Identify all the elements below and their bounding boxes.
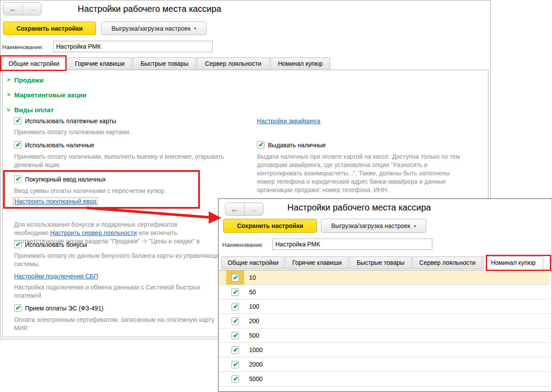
denomination-row[interactable]: ✔ 100 [219,299,550,314]
denomination-value: 2000 [249,361,263,368]
tab-quick-goods[interactable]: Быстрые товары [133,57,196,70]
checkbox-check-icon: ✔ [233,303,239,310]
denomination-checkbox-cell[interactable]: ✔ [226,328,244,342]
section-marketing[interactable]: > Маркетинговые акции [7,91,86,99]
save-settings-button[interactable]: Сохранить настройки [223,219,317,233]
denomination-value: 5000 [249,375,263,382]
section-payment-types[interactable]: > Виды оплат [7,106,54,114]
page-title: Настройки рабочего места кассира [271,203,447,213]
name-input[interactable] [53,41,213,52]
tab-banknote-denomination[interactable]: Номинал купюр [271,57,330,70]
checkbox-use-bonuses[interactable]: ✔ Использовать бонусы [14,241,87,248]
give-out-cash-description: Выдача наличных при оплате картой на кас… [257,153,460,194]
checkbox-box: ✔ [231,361,239,368]
checkbox-box: ✔ [14,117,21,125]
forward-button[interactable]: → [23,3,42,15]
denomination-checkbox-cell[interactable]: ✔ [226,357,244,371]
checkbox-box: ✔ [14,241,21,248]
checkbox-label: Прием оплаты ЭС (ФЗ-491) [25,305,103,312]
denomination-value: 100 [249,303,259,310]
sbp-connection-settings-link[interactable]: Настройки подключения СБП [14,273,98,280]
name-input[interactable] [272,239,432,250]
checkbox-check-icon: ✔ [15,304,21,311]
page-title: Настройки рабочего места кассира [62,4,237,14]
screenshot-canvas: ← → Настройки рабочего места кассира Сох… [0,0,552,392]
back-button[interactable]: ← [4,3,23,15]
denomination-row[interactable]: ✔ 50 [219,285,550,299]
use-cash-description: Принимать оплату наличными, выполнять вы… [14,153,224,169]
checkbox-give-out-cash[interactable]: ✔ Выдавать наличные [257,141,326,149]
checkbox-box: ✔ [231,332,239,339]
save-settings-button[interactable]: Сохранить настройки [3,21,96,35]
tab-quick-goods[interactable]: Быстрые товары [349,257,412,269]
banknote-cash-input-description: Ввод суммы оплаты наличными с пересчетом… [14,187,166,195]
checkbox-banknote-cash-input[interactable]: ✔ Покупюрный ввод наличных [14,175,106,183]
checkbox-box: ✔ [231,375,239,383]
export-import-settings-button[interactable]: Выгрузка/загрузка настроек ▾ [321,219,426,233]
section-chevron-down-icon: > [5,108,12,112]
checkbox-check-icon: ✔ [233,361,239,367]
tab-hotkeys[interactable]: Горячие клавиши [68,57,132,70]
tab-strip: Общие настройки Горячие клавиши Быстрые … [221,257,544,271]
back-icon: ← [9,4,17,14]
acquiring-settings-link[interactable]: Настройки эквайринга [257,118,321,125]
checkbox-check-icon: ✔ [15,117,21,124]
tab-loyalty-server[interactable]: Сервер лояльности [413,257,482,269]
history-nav-group: ← → [225,203,264,216]
checkbox-box: ✔ [231,274,239,282]
checkbox-check-icon: ✔ [233,375,239,382]
denomination-checkbox-cell[interactable]: ✔ [226,299,244,314]
checkbox-box: ✔ [231,289,239,296]
denomination-checkbox-cell[interactable]: ✔ [226,343,244,357]
export-import-label: Выгрузка/загрузка настроек [111,25,191,32]
configure-banknote-input-link[interactable]: Настроить покупюрный ввод [13,197,98,205]
checkbox-use-payment-cards[interactable]: ✔ Использовать платежные карты [14,117,116,125]
tab-loyalty-server[interactable]: Сервер лояльности [197,57,270,70]
denomination-value: 200 [249,317,259,324]
checkbox-check-icon: ✔ [15,241,21,247]
denomination-row[interactable]: ✔ 10 [219,271,550,285]
denomination-checkbox-cell-focused[interactable]: ✔ [226,271,244,285]
tab-general-settings[interactable]: Общие настройки [221,257,285,269]
denomination-row[interactable]: ✔ 2000 [219,357,550,372]
dropdown-caret-icon: ▾ [194,26,196,31]
checkbox-label: Использовать бонусы [25,241,87,248]
name-label: Наименование: [2,44,43,50]
dropdown-caret-icon: ▾ [414,224,416,228]
checkbox-box: ✔ [231,317,239,325]
denomination-row[interactable]: ✔ 500 [219,328,550,343]
back-icon: ← [231,205,239,214]
checkbox-use-cash[interactable]: ✔ Использовать наличные [14,141,94,149]
checkbox-label: Использовать платежные карты [25,118,116,125]
denomination-checkbox-cell[interactable]: ✔ [226,285,244,299]
checkbox-box: ✔ [14,175,21,183]
history-nav-group: ← → [3,2,42,15]
section-sales[interactable]: > Продажи [7,76,43,84]
tab-banknote-denomination[interactable]: Номинал купюр [483,257,543,271]
tab-hotkeys[interactable]: Горячие клавиши [285,257,349,269]
use-bonuses-description: Принимать оплату по данным бонусного бал… [14,252,223,268]
checkbox-es-payment[interactable]: ✔ Прием оплаты ЭС (ФЗ-491) [14,304,103,312]
tab-general-settings[interactable]: Общие настройки [1,57,67,71]
section-chevron-icon: > [7,91,11,98]
sbp-description: Настройка подключения и обмена данными с… [14,283,200,300]
back-button[interactable]: ← [225,203,245,215]
export-import-settings-button[interactable]: Выгрузка/загрузка настроек ▾ [101,21,207,35]
denomination-row[interactable]: ✔ 1000 [219,343,550,357]
denomination-row[interactable]: ✔ 5000 [219,372,550,386]
denomination-value: 10 [249,274,256,281]
checkbox-box: ✔ [231,346,239,354]
denomination-row[interactable]: ✔ 200 [219,314,550,328]
checkbox-box: ✔ [257,141,264,149]
denomination-checkbox-cell[interactable]: ✔ [226,372,244,386]
checkbox-check-icon: ✔ [233,346,239,353]
denomination-value: 50 [249,289,256,296]
checkbox-label: Покупюрный ввод наличных [25,176,106,183]
window-cashier-settings-denominations: ← → Настройки рабочего места кассира Сох… [218,198,552,392]
section-chevron-icon: > [7,76,11,83]
configure-loyalty-server-link[interactable]: Настроить сервер лояльности [50,229,137,236]
forward-button[interactable]: → [245,203,264,215]
section-sales-label: Продажи [14,76,44,84]
section-marketing-label: Маркетинговые акции [14,91,87,99]
denomination-checkbox-cell[interactable]: ✔ [226,314,244,328]
